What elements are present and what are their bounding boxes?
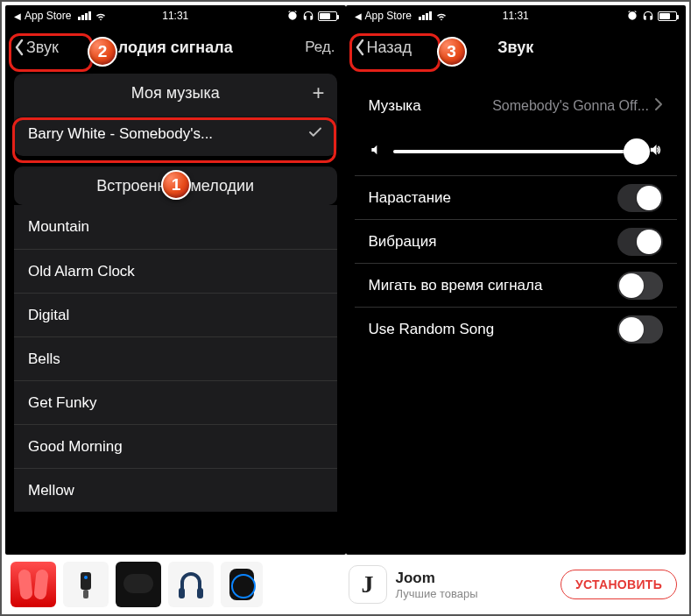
builtin-row[interactable]: Bells bbox=[14, 336, 337, 380]
builtin-label: Good Morning bbox=[28, 438, 123, 456]
breadcrumb-app[interactable]: App Store bbox=[25, 10, 71, 22]
wifi-icon bbox=[435, 10, 448, 22]
annotation-badge: 2 bbox=[88, 37, 117, 67]
volume-slider[interactable] bbox=[393, 150, 638, 153]
alarm-icon bbox=[626, 10, 638, 22]
toggle-row: Мигать во время сигнала bbox=[355, 263, 678, 307]
slider-thumb[interactable] bbox=[624, 138, 650, 165]
status-time: 11:31 bbox=[503, 10, 529, 22]
ad-banner[interactable]: J Joom Лучшие товары УСТАНОВИТЬ bbox=[5, 556, 686, 612]
my-music-row[interactable]: Barry White - Somebody's... bbox=[14, 112, 337, 156]
annotation-badge: 1 bbox=[161, 170, 191, 200]
ad-product-earbuds-red[interactable] bbox=[11, 562, 56, 607]
builtin-label: Bells bbox=[28, 350, 60, 368]
alarm-icon bbox=[286, 10, 299, 22]
battery-icon bbox=[318, 11, 337, 21]
svg-rect-3 bbox=[179, 588, 185, 598]
status-time: 11:31 bbox=[162, 10, 188, 22]
toggle-label: Нарастание bbox=[369, 189, 452, 207]
toggle-flash[interactable] bbox=[617, 272, 663, 300]
section-my-music-label: Моя музыка bbox=[131, 84, 220, 103]
joom-logo: J bbox=[349, 565, 387, 604]
svg-point-2 bbox=[84, 576, 88, 579]
chevron-right-icon bbox=[654, 97, 663, 115]
chevron-left-icon bbox=[355, 39, 365, 56]
phone-screen-left: ◀ App Store 11:31 Звук лодия сигнала Ред… bbox=[5, 5, 346, 555]
toggle-label: Вибрация bbox=[369, 233, 437, 251]
svg-rect-4 bbox=[197, 588, 203, 598]
wifi-icon bbox=[95, 10, 107, 22]
builtin-label: Mountain bbox=[28, 218, 89, 236]
toggle-label: Use Random Song bbox=[369, 321, 495, 338]
builtin-label: Old Alarm Clock bbox=[28, 263, 135, 280]
headphones-icon bbox=[302, 10, 314, 22]
builtin-row[interactable]: Get Funky bbox=[14, 380, 337, 424]
cellular-icon bbox=[78, 11, 91, 20]
ad-joom[interactable]: J Joom Лучшие товары УСТАНОВИТЬ bbox=[340, 565, 687, 604]
ad-brand: Joom bbox=[396, 570, 478, 587]
builtin-label: Mellow bbox=[28, 482, 74, 499]
annotation-badge: 3 bbox=[437, 37, 467, 67]
back-label: Звук bbox=[26, 39, 59, 57]
svg-rect-1 bbox=[83, 590, 88, 598]
music-label: Музыка bbox=[369, 97, 421, 115]
back-label: Назад bbox=[367, 39, 412, 57]
checkmark-icon bbox=[307, 124, 323, 145]
toggle-row: Use Random Song bbox=[355, 307, 678, 350]
volume-slider-row bbox=[355, 128, 678, 175]
builtin-row[interactable]: Mountain bbox=[14, 205, 337, 249]
builtin-row[interactable]: Good Morning bbox=[14, 424, 337, 468]
toggle-fade-in[interactable] bbox=[617, 184, 663, 212]
ad-product-headphones[interactable] bbox=[168, 562, 214, 607]
section-my-music: Моя музыка + bbox=[14, 74, 337, 112]
battery-icon bbox=[658, 11, 677, 21]
toggle-vibration[interactable] bbox=[617, 228, 663, 256]
nav-title: Звук bbox=[497, 39, 533, 57]
builtin-row[interactable]: Digital bbox=[14, 293, 337, 336]
toggle-random-song[interactable] bbox=[617, 315, 663, 343]
builtin-label: Get Funky bbox=[28, 394, 96, 412]
ad-product-car-charger[interactable] bbox=[63, 562, 109, 607]
breadcrumb-app[interactable]: App Store bbox=[365, 10, 412, 22]
music-value: Somebody's Gonna Off... bbox=[492, 98, 649, 114]
ad-product-smartwatch[interactable] bbox=[221, 562, 263, 607]
ad-tagline: Лучшие товары bbox=[396, 587, 478, 600]
nav-bar: Звук лодия сигнала Ред. bbox=[5, 26, 346, 68]
toggle-row: Нарастание bbox=[355, 175, 678, 219]
breadcrumb-back-icon[interactable]: ◀ bbox=[355, 11, 362, 21]
status-bar: ◀ App Store 11:31 bbox=[346, 5, 687, 26]
builtin-row[interactable]: Mellow bbox=[14, 468, 337, 512]
add-music-button[interactable]: + bbox=[312, 82, 324, 103]
toggle-row: Вибрация bbox=[355, 219, 678, 263]
song-title: Barry White - Somebody's... bbox=[28, 125, 213, 143]
status-bar: ◀ App Store 11:31 bbox=[5, 5, 346, 26]
chevron-left-icon bbox=[14, 39, 25, 56]
edit-button[interactable]: Ред. bbox=[305, 39, 338, 56]
phone-screen-right: ◀ App Store 11:31 Назад Звук Музыка bbox=[346, 5, 687, 555]
breadcrumb-back-icon[interactable]: ◀ bbox=[14, 11, 21, 21]
nav-title: лодия сигнала bbox=[118, 39, 233, 57]
headphones-icon bbox=[642, 10, 654, 22]
volume-low-icon bbox=[369, 143, 383, 160]
ad-product-earbuds-case[interactable] bbox=[116, 562, 161, 607]
svg-rect-0 bbox=[81, 572, 91, 590]
cellular-icon bbox=[419, 11, 432, 20]
builtin-row[interactable]: Old Alarm Clock bbox=[14, 249, 337, 293]
back-button[interactable]: Звук bbox=[12, 35, 67, 60]
ad-products[interactable] bbox=[5, 562, 340, 607]
toggle-label: Мигать во время сигнала bbox=[369, 277, 543, 294]
back-button[interactable]: Назад bbox=[353, 35, 421, 60]
music-row[interactable]: Музыка Somebody's Gonna Off... bbox=[355, 84, 678, 128]
builtin-label: Digital bbox=[28, 307, 69, 324]
nav-bar: Назад Звук bbox=[346, 26, 687, 68]
install-button[interactable]: УСТАНОВИТЬ bbox=[561, 570, 677, 599]
